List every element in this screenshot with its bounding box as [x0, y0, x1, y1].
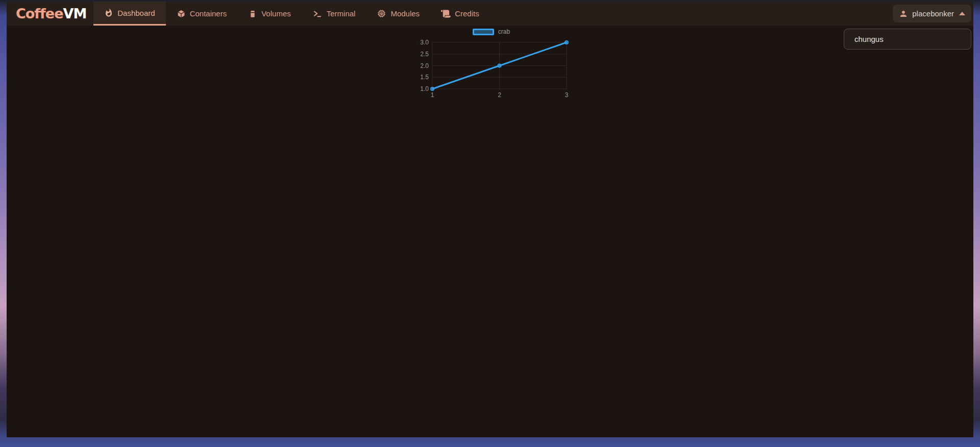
- wallpaper: { "app": { "logo": { "coffee": "Coffee",…: [0, 0, 980, 447]
- y-axis-tick-label: 2.5: [420, 51, 429, 58]
- x-axis-tick-label: 3: [565, 91, 569, 99]
- x-axis-tick-label: 2: [498, 91, 501, 99]
- y-axis-tick-label: 1.5: [420, 74, 429, 81]
- y-axis-tick-label: 1.0: [420, 85, 429, 92]
- tab-containers[interactable]: Containers: [166, 2, 238, 26]
- chip-icon: [377, 9, 386, 18]
- logo-vm: VM: [63, 6, 86, 21]
- tab-label: Modules: [390, 9, 420, 18]
- legend-label: crab: [498, 28, 510, 35]
- logo-coffee: Coffee: [16, 6, 63, 21]
- app-window: CoffeeVM Dashboard Containers Volumes Te: [7, 2, 973, 437]
- tab-dashboard[interactable]: Dashboard: [93, 2, 165, 26]
- cube-icon: [177, 9, 186, 18]
- menu-item-chungus[interactable]: chungus: [844, 29, 971, 49]
- tab-label: Containers: [190, 9, 227, 18]
- chart-point: [498, 64, 501, 67]
- person-icon: [899, 9, 908, 18]
- chart-point: [565, 41, 568, 44]
- y-axis-tick-label: 2.0: [420, 62, 429, 69]
- dashboard-chart: crab 1.01.52.02.53.0123: [411, 27, 572, 102]
- tab-label: Credits: [455, 9, 479, 18]
- caret-up-icon: [959, 12, 965, 15]
- terminal-prompt-icon: [312, 9, 323, 18]
- tab-terminal[interactable]: Terminal: [302, 2, 366, 26]
- user-name: placebonker: [912, 9, 954, 18]
- tab-credits[interactable]: Credits: [430, 2, 490, 26]
- y-axis-tick-label: 3.0: [420, 39, 429, 46]
- app-logo: CoffeeVM: [16, 6, 86, 21]
- tab-label: Terminal: [327, 9, 356, 18]
- tab-label: Dashboard: [117, 9, 155, 17]
- flame-icon: [104, 8, 113, 17]
- volume-jar-icon: [248, 9, 257, 18]
- content: crab 1.01.52.02.53.0123 chungus: [7, 26, 973, 437]
- user-menu-button[interactable]: placebonker: [893, 5, 971, 22]
- line-chart-canvas: 1.01.52.02.53.0123: [411, 38, 572, 102]
- x-axis-tick-label: 1: [431, 91, 434, 99]
- tab-volumes[interactable]: Volumes: [237, 2, 302, 26]
- user-dropdown-menu: chungus: [844, 29, 971, 50]
- chart-legend[interactable]: crab: [411, 27, 572, 37]
- legend-swatch-crab: [473, 29, 494, 35]
- chart-point: [431, 87, 434, 90]
- tab-label: Volumes: [261, 9, 291, 18]
- tab-modules[interactable]: Modules: [366, 2, 430, 26]
- navbar: CoffeeVM Dashboard Containers Volumes Te: [7, 2, 973, 26]
- scroll-icon: [441, 10, 451, 18]
